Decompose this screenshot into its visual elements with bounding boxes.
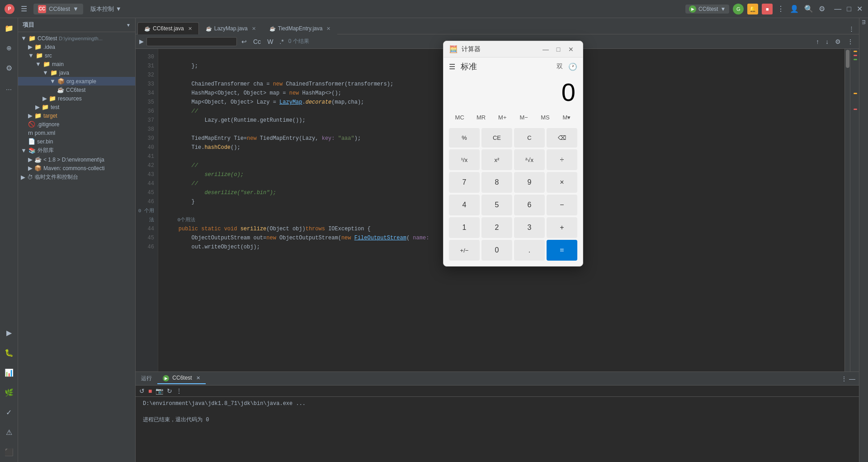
- user-icon[interactable]: 👤: [789, 4, 800, 14]
- tree-item-jdk[interactable]: ▶ ☕ < 1.8 > D:\environment\ja: [18, 155, 135, 164]
- debug-icon[interactable]: 🐛: [3, 346, 15, 359]
- calc-minus-button[interactable]: −: [547, 195, 577, 215]
- calc-8-button[interactable]: 8: [481, 172, 512, 193]
- run-button[interactable]: G: [733, 4, 744, 14]
- run-panel-icon[interactable]: ▶: [3, 326, 15, 339]
- settings-more-icon[interactable]: ⋮: [841, 375, 847, 382]
- tab-more-button[interactable]: ⋮: [844, 24, 859, 34]
- calc-divide-button[interactable]: ÷: [547, 149, 577, 170]
- more-options-icon[interactable]: ⋮: [776, 4, 785, 14]
- tree-item-target[interactable]: ▶ 📁 target: [18, 111, 135, 120]
- tree-item-gitignore[interactable]: 🚫 .gitignore: [18, 120, 135, 129]
- tree-item-maven[interactable]: ▶ 📦 Maven: commons-collecti: [18, 164, 135, 172]
- stop-run-icon[interactable]: ■: [148, 387, 152, 395]
- search-more-icon[interactable]: ⋮: [845, 37, 855, 46]
- mem-mc-button[interactable]: MC: [449, 110, 470, 124]
- tree-item-serbin[interactable]: 📄 ser.bin: [18, 137, 135, 146]
- screenshot-icon[interactable]: 📷: [156, 387, 163, 395]
- notification-button[interactable]: 🔔: [747, 4, 758, 14]
- calc-ce-button[interactable]: CE: [481, 128, 512, 148]
- maximize-button[interactable]: □: [846, 4, 852, 14]
- replace-icon[interactable]: ↩: [240, 37, 249, 46]
- tree-item-test[interactable]: ▶ 📁 test: [18, 103, 135, 111]
- hamburger-menu[interactable]: ☰: [18, 4, 30, 14]
- calc-reciprocal-button[interactable]: ¹/x: [449, 149, 480, 170]
- calc-3-button[interactable]: 3: [514, 217, 545, 238]
- calc-negate-button[interactable]: +/−: [449, 240, 480, 261]
- tree-item-org-example[interactable]: ▼ 📦 org.example: [18, 77, 135, 86]
- problems-icon[interactable]: ⚠: [3, 426, 15, 438]
- calc-history-icon[interactable]: 🕐: [568, 62, 577, 71]
- mem-mplus-button[interactable]: M+: [492, 110, 513, 124]
- minimize-panel-icon[interactable]: —: [849, 375, 855, 382]
- calc-sqrt-button[interactable]: ²√x: [514, 149, 545, 170]
- terminal-icon[interactable]: ⬛: [3, 446, 15, 458]
- close-window-button[interactable]: ✕: [856, 4, 863, 14]
- next-result-icon[interactable]: ↓: [824, 37, 830, 46]
- calc-percent-button[interactable]: %: [449, 128, 480, 148]
- calc-4-button[interactable]: 4: [449, 195, 480, 215]
- match-case-icon[interactable]: Cc: [251, 37, 263, 46]
- settings-icon[interactable]: ⚙: [818, 4, 826, 14]
- regex-icon[interactable]: .*: [278, 37, 285, 46]
- calc-square-button[interactable]: x²: [481, 149, 512, 170]
- calc-minimize-button[interactable]: —: [539, 43, 552, 56]
- calc-5-button[interactable]: 5: [481, 195, 512, 215]
- tree-item-src[interactable]: ▼ 📁 src: [18, 51, 135, 60]
- tab-close-icon[interactable]: ✕: [326, 26, 330, 32]
- calc-close-button[interactable]: ✕: [565, 43, 577, 56]
- version-control-button[interactable]: 版本控制 ▼: [87, 4, 125, 14]
- tree-item-java[interactable]: ▼ 📁 java: [18, 68, 135, 77]
- calc-c-button[interactable]: C: [514, 128, 545, 148]
- git-icon[interactable]: 🌿: [3, 386, 15, 399]
- calc-7-button[interactable]: 7: [449, 172, 480, 193]
- project-selector[interactable]: CC CC6test ▼: [33, 4, 83, 14]
- todo-icon[interactable]: ✓: [3, 406, 15, 419]
- calc-6-button[interactable]: 6: [514, 195, 545, 215]
- search-input[interactable]: [146, 37, 237, 46]
- tree-item-cc6test-root[interactable]: ▼ 📁 CC6test D:\yingwenmingth...: [18, 34, 135, 43]
- calc-equals-button[interactable]: =: [547, 240, 577, 261]
- tree-item-main[interactable]: ▼ 📁 main: [18, 60, 135, 68]
- calc-backspace-button[interactable]: ⌫: [547, 128, 577, 148]
- calc-multiply-button[interactable]: ×: [547, 172, 577, 193]
- run-more-icon[interactable]: ⋮: [176, 387, 182, 395]
- mem-mminus-button[interactable]: M−: [513, 110, 534, 124]
- search-bar-collapse-icon[interactable]: ▶: [139, 38, 144, 45]
- calc-maximize-button[interactable]: □: [552, 43, 565, 56]
- mem-mv-button[interactable]: M▾: [556, 110, 577, 124]
- whole-word-icon[interactable]: W: [265, 37, 275, 46]
- profiler-icon[interactable]: 📊: [3, 366, 15, 379]
- notifications-icon[interactable]: m: [861, 20, 867, 24]
- calc-0-button[interactable]: 0: [481, 240, 512, 261]
- tree-item-external-libs[interactable]: ▼ 📚 外部库: [18, 146, 135, 155]
- global-search-icon[interactable]: 🔍: [803, 4, 814, 14]
- run-tab-close-icon[interactable]: ✕: [196, 375, 200, 381]
- tab-tiedmapentry[interactable]: ☕ TiedMapEntry.java ✕: [263, 22, 338, 34]
- tab-close-icon[interactable]: ✕: [252, 26, 256, 32]
- calc-9-button[interactable]: 9: [514, 172, 545, 193]
- mem-mr-button[interactable]: MR: [470, 110, 491, 124]
- mem-ms-button[interactable]: MS: [534, 110, 556, 124]
- tab-lazymap[interactable]: ☕ LazyMap.java ✕: [199, 22, 263, 34]
- calc-menu-icon[interactable]: ☰: [449, 62, 455, 71]
- project-view-icon[interactable]: 📁: [3, 22, 15, 34]
- calc-1-button[interactable]: 1: [449, 217, 480, 238]
- minimize-button[interactable]: —: [833, 4, 842, 14]
- editor-scrollbar[interactable]: [844, 49, 850, 372]
- sidebar-chevron-icon[interactable]: ▼: [126, 23, 131, 28]
- rerun-icon[interactable]: ↻: [167, 387, 172, 395]
- run-tab[interactable]: 运行: [136, 373, 157, 384]
- more-tools-icon[interactable]: …: [3, 81, 15, 94]
- tree-item-idea[interactable]: ▶ 📁 .idea: [18, 43, 135, 51]
- tree-item-pom[interactable]: m pom.xml: [18, 129, 135, 137]
- tree-item-resources[interactable]: ▶ 📁 resources: [18, 94, 135, 103]
- prev-result-icon[interactable]: ↑: [814, 37, 821, 46]
- restart-icon[interactable]: ↺: [139, 387, 145, 395]
- tab-cc6test[interactable]: ☕ CC6test.java ✕: [137, 22, 199, 34]
- tree-item-temp-files[interactable]: ▶ ⏱ 临时文件和控制台: [18, 172, 135, 182]
- run-config-selector[interactable]: ▶ CC6test ▼: [685, 5, 729, 14]
- stop-button[interactable]: ■: [762, 4, 773, 14]
- tree-item-cc6test-file[interactable]: ☕ CC6test: [18, 86, 135, 94]
- calc-2-button[interactable]: 2: [481, 217, 512, 238]
